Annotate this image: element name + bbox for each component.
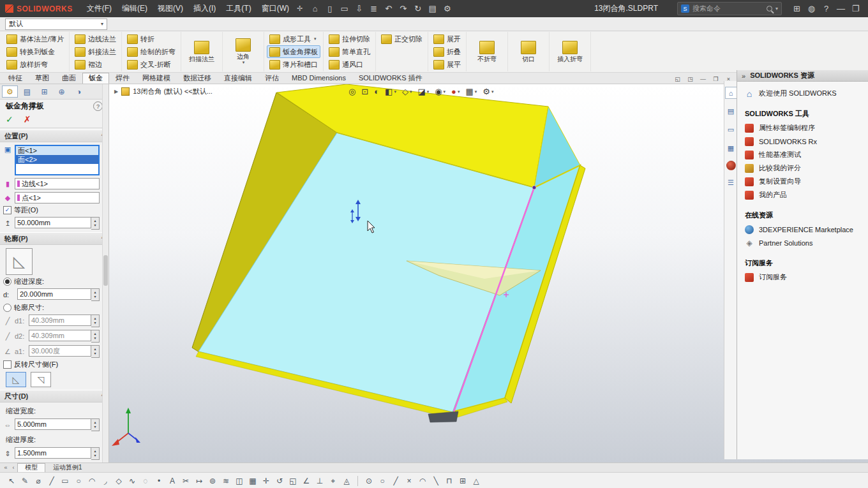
fillet-tool[interactable]: ◞	[99, 475, 112, 487]
ribbon-button[interactable]: 边线法兰	[72, 33, 119, 45]
polygon-tool[interactable]: ◇	[112, 475, 125, 487]
ribbon-button[interactable]: 斜接法兰	[72, 45, 119, 58]
depth-spinner[interactable]: ▴ ▾	[91, 288, 100, 301]
offset-checkbox[interactable]: ✓	[3, 206, 11, 214]
centerpoint-circle-tool[interactable]: ⊙	[363, 475, 375, 487]
move-entities-tool[interactable]: ✛	[260, 475, 273, 487]
tab-钣金[interactable]: 钣金	[82, 73, 109, 84]
display-manager-tab[interactable]: ◑	[71, 85, 87, 98]
command-search[interactable]: S 搜索命令 ▾	[677, 2, 782, 15]
add-relation-tool[interactable]: ∠	[300, 475, 313, 487]
tree-expand-icon[interactable]: ▶	[114, 89, 118, 94]
pin-icon[interactable]: ✢	[297, 4, 303, 13]
help-icon[interactable]: ?	[819, 3, 834, 15]
ribbon-button[interactable]: 转折	[124, 33, 178, 45]
options-icon[interactable]: ⚙	[440, 3, 454, 15]
redo-icon[interactable]: ↷	[396, 3, 410, 15]
task-pane-item[interactable]: 性能基准测试	[745, 148, 860, 161]
previous-view-button[interactable]: ◐	[372, 85, 381, 98]
apps-grid-icon[interactable]: ⊞	[789, 3, 804, 15]
sketch-tool[interactable]: ✎	[19, 475, 31, 487]
section-header-position[interactable]: 位置(P) ^	[0, 129, 108, 142]
convert-entities-tool[interactable]: ⊚	[206, 475, 219, 487]
erase-tool[interactable]: ×	[403, 475, 415, 487]
ribbon-button[interactable]: 不折弯	[469, 39, 505, 64]
restore-document-button[interactable]: ❐	[712, 76, 720, 82]
ellipse-tool[interactable]: ◌	[139, 475, 152, 487]
tab-焊件[interactable]: 焊件	[109, 73, 136, 84]
indent-depth-radio[interactable]	[3, 277, 11, 286]
tab-草图[interactable]: 草图	[29, 73, 56, 84]
minimize-document-button[interactable]: —	[699, 76, 707, 82]
d2-spinner[interactable]: ▴▾	[91, 330, 100, 343]
tab-scroll-icon[interactable]: ‹	[10, 464, 17, 472]
ribbon-button[interactable]: 转换到钣金	[4, 45, 66, 58]
previous-window-button[interactable]: ◱	[673, 76, 682, 82]
d1-spinner[interactable]: ▴▾	[91, 314, 100, 327]
ribbon-button[interactable]: 简单直孔	[326, 45, 373, 58]
document-tab-运动算例1[interactable]: 运动算例1	[45, 463, 90, 472]
dropdown-caret-icon[interactable]: ▾	[243, 60, 245, 65]
smart-dimension-tool[interactable]: ⌀	[32, 475, 45, 487]
scale-entities-tool[interactable]: ◱	[287, 475, 299, 487]
ribbon-button[interactable]: 钣金角撑板	[267, 45, 320, 58]
login-icon[interactable]: ◍	[804, 3, 819, 15]
search-icon[interactable]	[767, 6, 772, 11]
property-manager-scrollbar[interactable]	[102, 84, 108, 462]
hide-show-items-button[interactable]: ◉▾	[433, 85, 447, 98]
display-relations-tool[interactable]: ⊥	[313, 475, 326, 487]
section-header-dimensions[interactable]: 尺寸(D) ^	[0, 390, 108, 403]
offset-entities-tool[interactable]: ≋	[220, 475, 232, 487]
task-pane-resources-tab[interactable]: ⌂	[725, 87, 737, 99]
tangent-arc-tool[interactable]: ◠	[416, 475, 429, 487]
open-icon[interactable]: ▭	[337, 3, 352, 15]
ribbon-button[interactable]: 褶边	[72, 58, 119, 71]
ribbon-button[interactable]: 通风口	[326, 58, 373, 71]
task-pane-item[interactable]: 复制设置向导	[745, 175, 860, 188]
task-pane-item[interactable]: 3DEXPERIENCE Marketplace	[745, 223, 860, 236]
menu-item[interactable]: 视图(V)	[153, 1, 188, 16]
offset-distance-field[interactable]: 50.000mm	[15, 217, 91, 228]
feature-manager-tab[interactable]: ▤	[19, 85, 35, 98]
dimension-field[interactable]: 5.000mm	[15, 418, 91, 430]
tab-评估[interactable]: 评估	[258, 73, 285, 84]
rotate-entities-tool[interactable]: ↺	[273, 475, 286, 487]
profile-preview[interactable]: ◺	[6, 248, 33, 275]
design-library-tab[interactable]: ▤	[725, 105, 737, 117]
document-tab-模型[interactable]: 模型	[17, 463, 45, 472]
scrollbar-thumb[interactable]	[103, 255, 108, 286]
print-icon[interactable]: ≣	[366, 3, 381, 15]
configuration-dropdown[interactable]: 默认 ▾	[5, 18, 107, 30]
trim-entities-tool[interactable]: ✂	[179, 475, 192, 487]
task-pane-item[interactable]: 我的产品	[745, 188, 860, 202]
tab-曲面[interactable]: 曲面	[56, 73, 82, 84]
custom-properties-tab[interactable]: ☰	[725, 177, 737, 189]
ribbon-button[interactable]: 折叠	[431, 45, 463, 58]
view-settings-button[interactable]: ⚙▾	[481, 85, 495, 98]
profile-size-radio[interactable]	[3, 304, 11, 312]
ok-button[interactable]: ✓	[6, 114, 13, 124]
faces-selection-list[interactable]: 面<1>面<2>	[15, 145, 100, 175]
flip-dimension-checkbox[interactable]	[3, 360, 11, 369]
rebuild-icon[interactable]: ↻	[410, 3, 425, 15]
ribbon-button[interactable]: 拉伸切除	[326, 33, 373, 45]
line-tool[interactable]: ╱	[45, 475, 58, 487]
next-window-button[interactable]: ◳	[686, 76, 694, 82]
face-list-item[interactable]: 面<1>	[16, 146, 98, 155]
maximize-window-icon[interactable]: ❐	[848, 3, 863, 15]
task-pane-item[interactable]: ◈Partner Solutions	[745, 236, 860, 249]
face-list-item[interactable]: 面<2>	[16, 155, 98, 164]
tab-网格建模[interactable]: 网格建模	[136, 73, 177, 84]
view-orientation-button[interactable]: ◇▾	[400, 85, 414, 98]
tab-直接编辑[interactable]: 直接编辑	[218, 73, 258, 84]
ribbon-button[interactable]: 薄片和槽口	[267, 58, 320, 71]
menu-item[interactable]: 工具(T)	[221, 1, 256, 16]
ribbon-button[interactable]: 展开	[431, 33, 463, 45]
spline-tool[interactable]: ∿	[126, 475, 138, 487]
section-header-profile[interactable]: 轮廓(P) ^	[0, 232, 108, 245]
diagonal-line-tool[interactable]: ╲	[430, 475, 442, 487]
menu-item[interactable]: 插入(I)	[188, 1, 221, 16]
ribbon-button[interactable]: 交叉-折断	[124, 58, 178, 71]
task-pane-item[interactable]: 属性标签编制程序	[745, 121, 860, 135]
point-tool[interactable]: •	[153, 475, 165, 487]
